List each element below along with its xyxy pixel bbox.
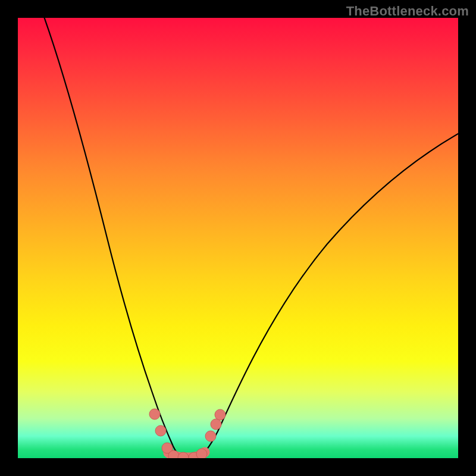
watermark-text: TheBottleneck.com: [346, 4, 469, 19]
left-branch-path: [42, 18, 183, 458]
chart-svg: [18, 18, 458, 458]
valley-marker: [205, 431, 216, 441]
right-branch-path: [196, 132, 458, 458]
valley-marker: [215, 409, 226, 420]
valley-marker: [211, 419, 221, 430]
valley-marker: [155, 425, 166, 436]
valley-marker: [149, 409, 160, 419]
valley-marker: [168, 450, 179, 458]
valley-marker: [196, 449, 207, 458]
